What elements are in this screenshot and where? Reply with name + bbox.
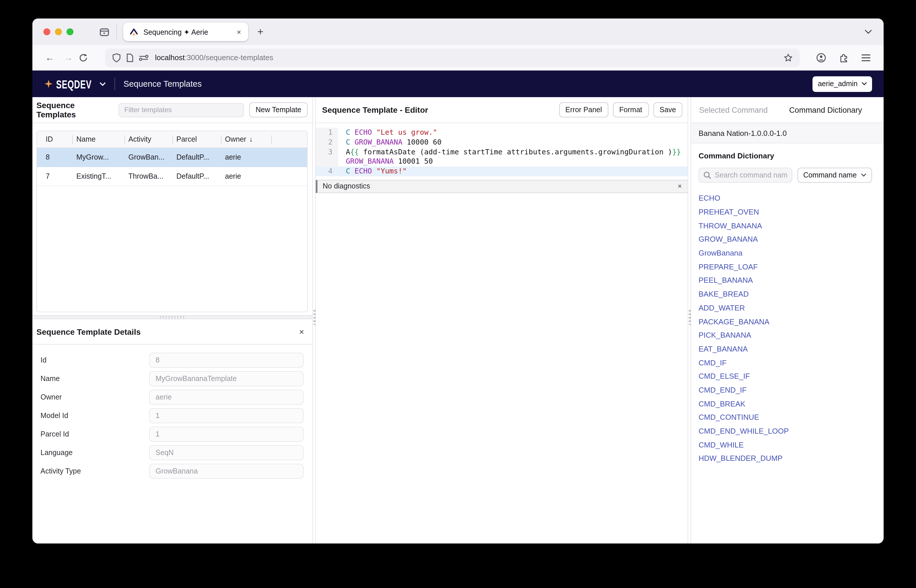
command-panel-tabs: Selected Command Command Dictionary: [691, 97, 884, 123]
editor-panel-title: Sequence Template - Editor: [322, 105, 428, 115]
detail-field-row: Model Id1: [40, 408, 304, 423]
editor-panel: Sequence Template - Editor Error PanelFo…: [316, 97, 688, 543]
code-text: C GROW_BANANA 10000 60: [338, 137, 688, 147]
detail-field-row: LanguageSeqN: [40, 445, 304, 460]
table-row[interactable]: 7ExistingT...ThrowBa...DefaultP...aerie: [37, 167, 307, 186]
bookmark-star-icon[interactable]: [784, 53, 793, 62]
field-label: Parcel Id: [40, 430, 149, 438]
command-item[interactable]: EAT_BANANA: [699, 342, 876, 355]
field-value-input[interactable]: 1: [149, 408, 304, 423]
command-item[interactable]: ADD_WATER: [699, 301, 876, 315]
field-value-input[interactable]: SeqN: [149, 445, 304, 460]
command-search-box[interactable]: [699, 168, 792, 183]
column-header-activity[interactable]: Activity: [124, 131, 172, 147]
details-panel-title: Sequence Template Details: [36, 327, 141, 336]
page-info-icon[interactable]: [126, 53, 134, 62]
command-item[interactable]: CMD_ELSE_IF: [699, 370, 876, 383]
close-window-button[interactable]: [44, 28, 50, 35]
command-item[interactable]: PREHEAT_OVEN: [699, 205, 876, 218]
column-header-id[interactable]: ID: [37, 131, 72, 147]
save-button[interactable]: Save: [653, 102, 682, 117]
zoom-window-button[interactable]: [66, 28, 73, 35]
code-token: {{: [350, 147, 359, 156]
field-value-input[interactable]: 1: [149, 427, 304, 442]
permissions-icon[interactable]: [139, 53, 149, 61]
table-cell: MyGrow...: [72, 153, 124, 161]
command-item[interactable]: PACKAGE_BANANA: [699, 315, 876, 328]
dictionary-name-banner[interactable]: Banana Nation-1.0.0.0-1.0: [691, 123, 884, 144]
code-token: formatAsDate (add-time startTime attribu…: [359, 147, 672, 156]
app-logo[interactable]: SEQDEV: [44, 79, 105, 89]
command-item[interactable]: GROW_BANANA: [699, 233, 876, 246]
field-label: Owner: [40, 393, 149, 401]
command-item[interactable]: GrowBanana: [699, 246, 876, 260]
reload-icon[interactable]: [79, 53, 95, 62]
command-item[interactable]: CMD_CONTINUE: [699, 410, 876, 424]
detail-field-row: Id8: [40, 353, 304, 368]
account-icon[interactable]: [816, 52, 826, 63]
code-line[interactable]: 1C ECHO "Let us grow.": [316, 128, 688, 137]
field-value-input[interactable]: aerie: [149, 390, 304, 405]
command-search-input[interactable]: [715, 171, 788, 179]
command-item[interactable]: ECHO: [699, 191, 876, 205]
code-line[interactable]: 4C ECHO "Yums!": [316, 166, 688, 176]
new-template-button[interactable]: New Template: [249, 102, 308, 117]
column-header-owner[interactable]: Owner↓: [221, 131, 271, 147]
field-value-input[interactable]: 8: [149, 353, 304, 368]
app-menu-chevron-icon[interactable]: [99, 82, 105, 86]
sidebar-icon[interactable]: [99, 26, 110, 37]
forward-icon[interactable]: →: [60, 52, 76, 63]
shield-icon[interactable]: [112, 53, 121, 62]
code-token: }}: [672, 147, 681, 156]
command-item[interactable]: THROW_BANANA: [699, 219, 876, 233]
menu-hamburger-icon[interactable]: [861, 53, 871, 61]
column-header-parcel[interactable]: Parcel: [172, 131, 221, 147]
column-header-name[interactable]: Name: [72, 131, 124, 147]
field-value-input[interactable]: MyGrowBananaTemplate: [149, 371, 304, 386]
url-bar[interactable]: localhost:3000/sequence-templates: [105, 48, 800, 67]
vertical-splitter-right[interactable]: [688, 97, 691, 543]
minimize-window-button[interactable]: [55, 28, 62, 35]
templates-table-header: ID Name Activity Parcel Owner↓: [37, 131, 307, 148]
command-item[interactable]: CMD_END_IF: [699, 383, 876, 397]
command-item[interactable]: CMD_WHILE: [699, 438, 876, 452]
code-line[interactable]: 2C GROW_BANANA 10000 60: [316, 137, 688, 147]
browser-tab[interactable]: Sequencing ✦ Aerie ×: [123, 23, 248, 41]
new-tab-button[interactable]: +: [257, 26, 263, 38]
tab-command-dictionary[interactable]: Command Dictionary: [789, 105, 862, 114]
vertical-splitter-left[interactable]: [312, 97, 316, 543]
tab-selected-command[interactable]: Selected Command: [699, 105, 768, 114]
field-value-input[interactable]: GrowBanana: [149, 464, 304, 479]
command-item[interactable]: HDW_BLENDER_DUMP: [699, 452, 876, 465]
command-item[interactable]: CMD_BREAK: [699, 397, 876, 410]
splitter-grip-icon: [159, 315, 186, 319]
url-text[interactable]: localhost:3000/sequence-templates: [155, 53, 273, 62]
search-filter-select[interactable]: Command name: [798, 168, 872, 183]
code-token: C: [346, 128, 354, 136]
list-tabs-chevron-icon[interactable]: [864, 29, 872, 34]
code-line[interactable]: GROW_BANANA 10001 50: [316, 157, 688, 167]
command-item[interactable]: PREPARE_LOAF: [699, 260, 876, 273]
error-panel-button[interactable]: Error Panel: [559, 102, 608, 117]
format-button[interactable]: Format: [613, 102, 649, 117]
user-menu[interactable]: aerie_admin: [813, 76, 872, 92]
browser-tab-strip: Sequencing ✦ Aerie × +: [32, 18, 884, 45]
command-item[interactable]: BAKE_BREAD: [699, 288, 876, 301]
command-item[interactable]: CMD_IF: [699, 356, 876, 370]
command-item[interactable]: PICK_BANANA: [699, 328, 876, 342]
table-cell: ExistingT...: [72, 172, 124, 180]
command-item[interactable]: PEEL_BANANA: [699, 273, 876, 287]
details-close-icon[interactable]: ×: [299, 327, 304, 336]
diagnostics-close-icon[interactable]: ×: [678, 183, 682, 190]
filter-templates-input[interactable]: [118, 103, 244, 117]
tab-close-icon[interactable]: ×: [236, 27, 242, 36]
back-icon[interactable]: ←: [42, 52, 58, 63]
code-line[interactable]: 3A{{ formatAsDate (add-time startTime at…: [316, 147, 688, 157]
horizontal-splitter[interactable]: [32, 315, 312, 319]
window-controls: [32, 28, 73, 35]
tab-strip-divider: [116, 24, 117, 39]
extensions-puzzle-icon[interactable]: [838, 52, 849, 63]
table-row[interactable]: 8MyGrow...GrowBan...DefaultP...aerie: [37, 148, 307, 167]
code-editor[interactable]: 1C ECHO "Let us grow."2C GROW_BANANA 100…: [316, 123, 688, 176]
command-item[interactable]: CMD_END_WHILE_LOOP: [699, 424, 876, 438]
